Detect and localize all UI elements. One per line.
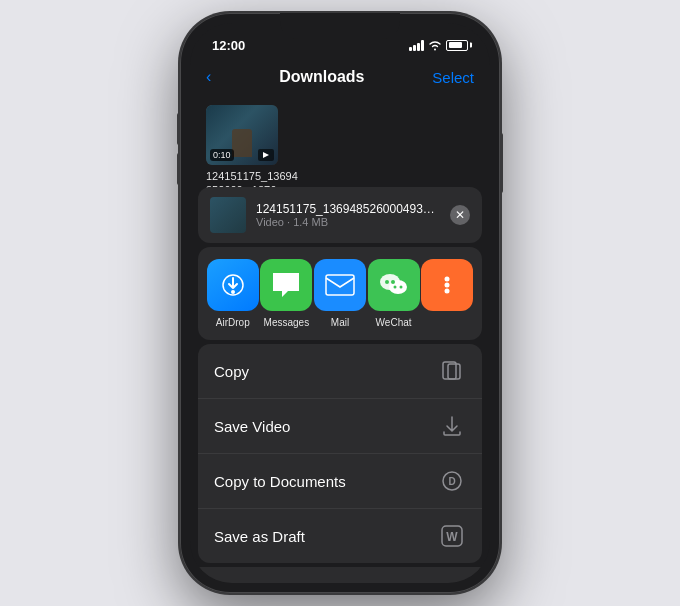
svg-point-8	[393, 286, 396, 289]
battery-icon	[446, 40, 468, 51]
phone-frame: 12:00 ‹ Download	[180, 13, 500, 593]
svg-marker-0	[263, 152, 269, 158]
messages-label: Messages	[264, 317, 310, 328]
select-button[interactable]: Select	[432, 69, 474, 86]
save-as-draft-icon: W	[438, 522, 466, 550]
svg-rect-13	[448, 364, 460, 379]
wechat-icon	[368, 259, 420, 311]
status-time: 12:00	[212, 38, 245, 53]
nav-bar: ‹ Downloads Select	[190, 59, 490, 95]
action-copy-to-documents-label: Copy to Documents	[214, 473, 346, 490]
svg-point-12	[445, 289, 450, 294]
share-app-mail[interactable]: Mail	[313, 259, 367, 328]
svg-text:W: W	[446, 530, 458, 544]
save-video-icon	[438, 412, 466, 440]
airdrop-label: AirDrop	[216, 317, 250, 328]
selected-file-name: 124151175_13694852600049347_324...	[256, 202, 440, 216]
action-save-as-draft-label: Save as Draft	[214, 528, 305, 545]
bottom-safe-area	[198, 567, 482, 583]
share-app-more[interactable]	[420, 259, 474, 328]
action-save-video-label: Save Video	[214, 418, 290, 435]
action-copy-to-documents[interactable]: Copy to Documents D	[198, 454, 482, 509]
selected-file-info: 124151175_13694852600049347_324... Video…	[256, 202, 440, 228]
share-app-wechat[interactable]: WeChat	[367, 259, 421, 328]
share-app-messages[interactable]: Messages	[260, 259, 314, 328]
share-apps-row: AirDrop Messages	[198, 247, 482, 340]
thumbnail-image: 0:10	[206, 105, 278, 165]
svg-point-9	[399, 286, 402, 289]
selected-file-thumb	[210, 197, 246, 233]
play-icon	[258, 149, 274, 161]
back-button[interactable]: ‹	[206, 68, 211, 86]
svg-point-10	[445, 277, 450, 282]
svg-point-7	[391, 280, 395, 284]
volume-down-button	[177, 153, 180, 185]
mail-label: Mail	[331, 317, 349, 328]
copy-icon	[438, 357, 466, 385]
share-sheet: 124151175_13694852600049347_324... Video…	[190, 187, 490, 583]
wifi-icon	[428, 40, 442, 51]
duration-badge: 0:10	[210, 149, 234, 161]
wechat-label: WeChat	[376, 317, 412, 328]
svg-text:D: D	[448, 476, 455, 487]
messages-icon	[260, 259, 312, 311]
share-app-airdrop[interactable]: AirDrop	[206, 259, 260, 328]
action-copy-label: Copy	[214, 363, 249, 380]
svg-rect-3	[326, 275, 354, 295]
volume-up-button	[177, 113, 180, 145]
status-icons	[409, 40, 468, 51]
svg-point-5	[380, 274, 400, 290]
signal-icon	[409, 40, 424, 51]
file-thumbnail: 0:10	[206, 105, 278, 165]
selected-file-bar: 124151175_13694852600049347_324... Video…	[198, 187, 482, 243]
page-title: Downloads	[279, 68, 364, 86]
svg-point-6	[385, 280, 389, 284]
notch	[280, 13, 400, 39]
more-apps-icon	[421, 259, 473, 311]
selected-file-meta: Video · 1.4 MB	[256, 216, 440, 228]
copy-to-documents-icon: D	[438, 467, 466, 495]
svg-point-2	[231, 290, 235, 294]
action-copy[interactable]: Copy	[198, 344, 482, 399]
svg-point-11	[445, 283, 450, 288]
mail-icon	[314, 259, 366, 311]
phone-screen: 12:00 ‹ Download	[190, 23, 490, 583]
power-button	[500, 133, 503, 193]
airdrop-icon	[207, 259, 259, 311]
share-actions: Copy Save Video	[198, 344, 482, 563]
dismiss-selection-button[interactable]: ✕	[450, 205, 470, 225]
action-save-video[interactable]: Save Video	[198, 399, 482, 454]
action-save-as-draft[interactable]: Save as Draft W	[198, 509, 482, 563]
